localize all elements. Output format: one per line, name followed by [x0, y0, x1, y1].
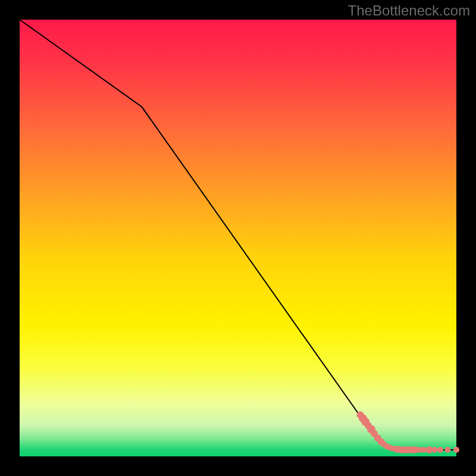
chart-container: TheBottleneck.com: [0, 0, 476, 476]
gradient-background: [20, 20, 456, 456]
data-point: [453, 447, 459, 453]
watermark-text: TheBottleneck.com: [348, 2, 470, 19]
data-point: [431, 447, 437, 453]
data-point: [444, 447, 450, 453]
data-point: [437, 447, 443, 453]
data-point: [421, 447, 427, 453]
chart-svg: [0, 0, 476, 476]
